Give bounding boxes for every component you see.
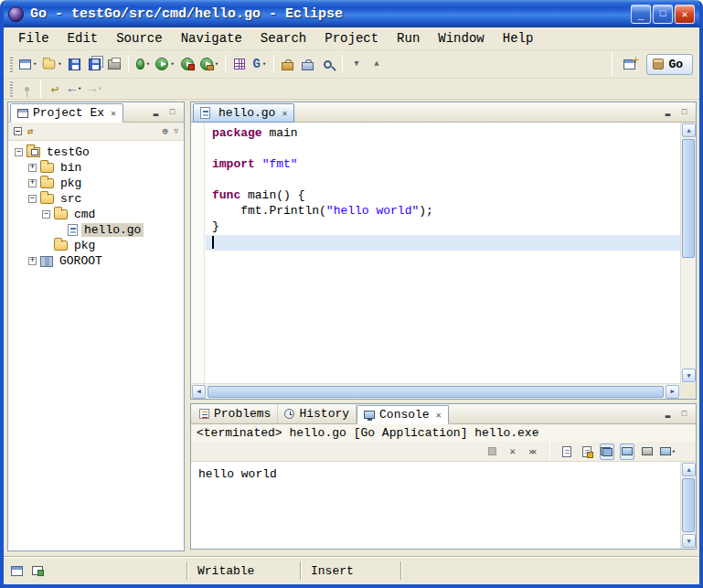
close-tab-icon[interactable]: ✕ (282, 108, 287, 119)
back-button[interactable]: ←▾ (65, 80, 85, 98)
tab-project-explorer[interactable]: Project Ex ✕ (10, 103, 123, 123)
tab-console[interactable]: Console✕ (357, 405, 449, 424)
tree-expander-icon[interactable]: + (28, 179, 37, 187)
close-button[interactable]: ✕ (675, 5, 695, 24)
profile-button[interactable] (177, 53, 197, 75)
dropdown-icon[interactable]: ▾ (33, 60, 37, 68)
forward-button[interactable]: →▾ (85, 80, 105, 98)
tab-problems[interactable]: Problems (193, 404, 278, 423)
display-console-button[interactable] (640, 444, 655, 460)
launch-status-icon[interactable] (32, 566, 43, 575)
tree-expander-icon[interactable]: + (28, 257, 37, 265)
tree-item-bin[interactable]: +bin (8, 160, 184, 176)
tab-hello-go[interactable]: hello.go ✕ (193, 103, 294, 123)
menu-source[interactable]: Source (107, 29, 171, 48)
next-annotation-button[interactable]: ▼ (346, 53, 367, 75)
menu-navigate[interactable]: Navigate (172, 29, 251, 48)
tree-expander-icon[interactable]: − (15, 148, 23, 156)
previous-annotation-button[interactable]: ▲ (367, 53, 387, 75)
tab-history[interactable]: History (278, 404, 357, 423)
dropdown-icon[interactable]: ▾ (262, 60, 266, 68)
open-perspective-button[interactable] (621, 53, 642, 75)
open-resource-button[interactable] (278, 53, 298, 75)
code-area[interactable]: package mainimport "fmt"func main() { fm… (206, 123, 680, 383)
open-type-button[interactable] (298, 53, 318, 75)
code-line[interactable] (212, 142, 680, 157)
show-stdout-button[interactable] (600, 444, 614, 460)
scroll-up-button[interactable]: ▲ (682, 463, 696, 476)
open-console-menu-button[interactable]: ▾ (660, 444, 676, 460)
menu-help[interactable]: Help (494, 29, 543, 48)
scrollbar-thumb[interactable] (208, 386, 664, 398)
minimize-view-button[interactable]: ▂ (149, 106, 163, 118)
search-button[interactable] (318, 53, 338, 75)
console-output[interactable]: hello world ▲ ▼ (191, 462, 696, 549)
go-perspective-button[interactable]: Go (646, 54, 693, 75)
minimize-view-button[interactable]: ▂ (661, 408, 675, 420)
run-button[interactable]: ▾ (153, 53, 176, 75)
close-tab-icon[interactable]: ✕ (111, 108, 116, 119)
annotation-ruler[interactable] (191, 123, 205, 383)
maximize-view-button[interactable]: □ (165, 106, 179, 118)
maximize-button[interactable]: □ (653, 5, 673, 24)
tree-item-goroot[interactable]: +GOROOT (8, 253, 184, 269)
toolbar-grip[interactable] (10, 56, 13, 72)
dropdown-icon[interactable]: ▾ (672, 448, 676, 455)
dropdown-icon[interactable]: ▾ (58, 60, 61, 68)
tree-item-src[interactable]: −src (8, 191, 184, 207)
minimize-button[interactable]: _ (631, 5, 651, 24)
code-line[interactable] (212, 173, 680, 188)
terminate-button[interactable] (485, 444, 500, 460)
scrollbar-thumb[interactable] (682, 478, 695, 532)
scroll-lock-button[interactable] (580, 444, 594, 460)
maximize-view-button[interactable]: □ (677, 408, 691, 420)
menu-edit[interactable]: Edit (59, 29, 108, 48)
collapse-all-button[interactable] (14, 127, 22, 135)
dropdown-icon[interactable]: ▾ (170, 60, 174, 68)
scroll-up-button[interactable]: ▲ (682, 123, 696, 137)
menu-project[interactable]: Project (315, 29, 388, 48)
tree-expander-icon[interactable]: + (28, 164, 37, 172)
tree-item-hello-go[interactable]: hello.go (8, 222, 184, 238)
tree-expander-icon[interactable]: − (28, 195, 37, 203)
tree-item-pkg[interactable]: pkg (8, 238, 184, 253)
editor-horizontal-scrollbar[interactable]: ◀ ▶ (191, 383, 680, 399)
scroll-left-button[interactable]: ◀ (192, 385, 206, 399)
maximize-view-button[interactable]: □ (677, 106, 691, 118)
new-folder-button[interactable]: ▾ (39, 53, 64, 75)
scrollbar-thumb[interactable] (682, 139, 695, 258)
remove-launch-button[interactable]: ✕ (506, 444, 520, 460)
new-wizard-button[interactable]: ▾ (16, 53, 39, 75)
dropdown-icon[interactable]: ▾ (98, 85, 101, 92)
menu-window[interactable]: Window (429, 29, 493, 48)
dropdown-icon[interactable]: ▾ (146, 60, 150, 68)
clear-console-button[interactable] (559, 444, 574, 460)
scroll-down-button[interactable]: ▼ (682, 369, 696, 382)
print-button[interactable] (104, 53, 124, 75)
editor-vertical-scrollbar[interactable]: ▲ ▼ (680, 123, 696, 383)
debug-button[interactable]: ▾ (133, 53, 153, 75)
tree-item-cmd[interactable]: −cmd (8, 207, 184, 222)
code-line[interactable]: import "fmt" (212, 157, 680, 173)
code-line[interactable]: } (212, 219, 680, 235)
link-with-editor-button[interactable]: ⇄ (27, 125, 34, 137)
focus-button[interactable]: ⊕ (163, 125, 169, 137)
tree-item-pkg[interactable]: +pkg (8, 176, 184, 191)
menu-run[interactable]: Run (388, 29, 429, 48)
scroll-right-button[interactable]: ▶ (666, 385, 679, 399)
last-edit-location-button[interactable]: ↩ (45, 80, 65, 98)
go-tools-button[interactable]: G▾ (250, 53, 270, 75)
save-button[interactable] (64, 53, 84, 75)
dropdown-icon[interactable]: ▾ (78, 85, 81, 92)
dropdown-icon[interactable]: ▾ (215, 60, 218, 68)
remove-all-launches-button[interactable]: ✕✕ (526, 444, 540, 460)
close-tab-icon[interactable]: ✕ (436, 410, 442, 421)
new-go-app-button[interactable] (229, 53, 250, 75)
minimize-view-button[interactable]: ▂ (661, 106, 675, 118)
save-all-button[interactable] (84, 53, 104, 75)
scroll-down-button[interactable]: ▼ (682, 534, 696, 548)
external-tools-button[interactable]: ▾ (197, 53, 221, 75)
code-line[interactable] (206, 235, 680, 251)
tree-expander-icon[interactable]: − (42, 210, 50, 219)
console-vertical-scrollbar[interactable]: ▲ ▼ (680, 462, 696, 549)
